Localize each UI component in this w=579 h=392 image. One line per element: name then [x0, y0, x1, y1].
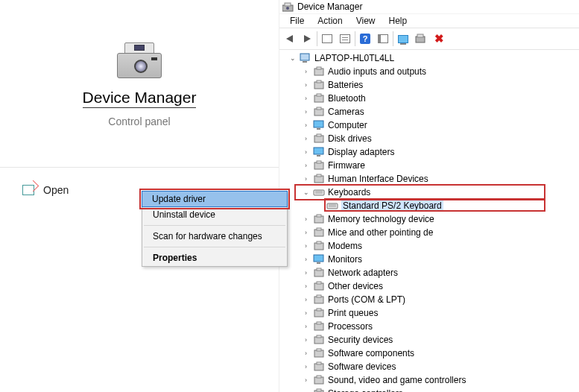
menu-help[interactable]: Help — [383, 15, 414, 27]
chevron-icon[interactable]: › — [302, 350, 310, 357]
toolbar-sep — [393, 31, 393, 46]
tree-category-batteries[interactable]: ›Batteries — [282, 78, 579, 92]
tree-category-processors[interactable]: ›Processors — [282, 320, 579, 333]
tree-category-human-interface-devices[interactable]: ›Human Interface Devices — [282, 172, 579, 186]
tree-item-label: Sound, video and game controllers — [328, 375, 466, 385]
chevron-icon[interactable]: › — [302, 242, 310, 250]
ctx-update-label: Update driver — [152, 194, 206, 204]
tree-category-security-devices[interactable]: ›Security devices — [282, 333, 579, 347]
forward-button[interactable] — [298, 30, 316, 48]
tree-category-modems[interactable]: ›Modems — [282, 239, 579, 253]
tree-category-memory-technology-device[interactable]: ›Memory technology device — [282, 212, 579, 226]
tree-device-standard-ps2-keyboard[interactable]: Standard PS/2 Keyboard — [282, 199, 579, 212]
chevron-icon[interactable]: › — [302, 148, 310, 156]
tree-category-other-devices[interactable]: ›Other devices — [282, 279, 579, 293]
tree-category-keyboards[interactable]: ⌄Keyboards — [282, 186, 579, 199]
chevron-icon[interactable]: › — [302, 256, 310, 263]
svg-rect-42 — [317, 282, 321, 284]
tree-category-sound-video-and-game-controllers[interactable]: ›Sound, video and game controllers — [282, 373, 579, 387]
device-options-button[interactable] — [412, 30, 430, 48]
tree-category-monitors[interactable]: ›Monitors — [282, 253, 579, 266]
ctx-uninstall-device[interactable]: Uninstall device — [142, 206, 287, 223]
menu-file[interactable]: File — [284, 15, 310, 27]
tree-category-storage-controllers[interactable]: ›Storage controllers — [282, 387, 579, 392]
help-button[interactable]: ? — [356, 30, 374, 48]
chevron-icon[interactable]: › — [302, 282, 310, 290]
svg-rect-32 — [317, 215, 321, 217]
chevron-icon[interactable]: › — [302, 269, 310, 276]
chevron-icon[interactable]: › — [302, 309, 310, 317]
svg-rect-34 — [317, 228, 321, 230]
tree-category-computer[interactable]: ›Computer — [282, 118, 579, 132]
chevron-icon[interactable]: › — [302, 363, 310, 370]
chevron-icon[interactable]: ⌄ — [302, 189, 310, 196]
tree-item-label: Monitors — [328, 254, 362, 265]
scan-button[interactable] — [394, 30, 412, 48]
tree-category-software-devices[interactable]: ›Software devices — [282, 360, 579, 373]
menu-action[interactable]: Action — [311, 15, 348, 27]
title-bar: Device Manager — [279, 0, 579, 13]
device-icon — [415, 34, 427, 44]
tree-category-print-queues[interactable]: ›Print queues — [282, 306, 579, 320]
panel-button[interactable] — [374, 30, 392, 48]
svg-rect-37 — [314, 255, 323, 262]
chevron-icon[interactable]: › — [302, 162, 310, 169]
chevron-icon[interactable]: › — [302, 296, 310, 303]
ctx-update-driver[interactable]: Update driver — [142, 191, 288, 207]
launcher-subtitle: Control panel — [108, 116, 170, 127]
tree-category-bluetooth[interactable]: ›Bluetooth — [282, 92, 579, 105]
tree-item-label: Network adapters — [328, 268, 398, 278]
chevron-icon[interactable]: ⌄ — [288, 54, 297, 62]
chevron-icon[interactable]: › — [302, 175, 310, 183]
tree-category-software-components[interactable]: ›Software components — [282, 347, 579, 360]
launcher-title[interactable]: Device Manager — [83, 89, 197, 108]
device-tree[interactable]: ⌄LAPTOP-HL0TL4LL›Audio inputs and output… — [279, 50, 579, 392]
device-category-icon — [313, 335, 325, 345]
app-icon — [282, 2, 293, 11]
back-button[interactable] — [280, 30, 298, 48]
chevron-icon[interactable]: › — [302, 323, 310, 330]
chevron-icon[interactable]: › — [302, 376, 310, 384]
svg-rect-1 — [285, 3, 291, 6]
help-icon: ? — [360, 34, 370, 44]
tree-category-firmware[interactable]: ›Firmware — [282, 159, 579, 172]
tree-category-network-adapters[interactable]: ›Network adapters — [282, 266, 579, 279]
ctx-separator — [144, 247, 285, 247]
tree-category-display-adapters[interactable]: ›Display adapters — [282, 145, 579, 159]
chevron-icon[interactable]: › — [302, 68, 310, 75]
properties-button[interactable] — [336, 30, 354, 48]
tree-root-computer[interactable]: ⌄LAPTOP-HL0TL4LL — [282, 51, 579, 65]
device-category-icon — [313, 241, 325, 251]
device-category-icon — [313, 187, 325, 197]
chevron-icon[interactable]: › — [302, 336, 310, 344]
tree-category-disk-drives[interactable]: ›Disk drives — [282, 132, 579, 145]
svg-rect-5 — [300, 54, 309, 60]
ctx-separator — [144, 225, 285, 226]
tree-category-ports-com-lpt-[interactable]: ›Ports (COM & LPT) — [282, 293, 579, 306]
chevron-icon[interactable]: › — [302, 215, 310, 223]
tree-category-cameras[interactable]: ›Cameras — [282, 105, 579, 118]
tree-item-label: Print queues — [328, 308, 378, 318]
tree-item-label: Audio inputs and outputs — [328, 66, 426, 77]
chevron-icon[interactable]: › — [302, 121, 310, 129]
tree-item-label: Standard PS/2 Keyboard — [341, 200, 443, 211]
tree-category-mice-and-other-pointing-de[interactable]: ›Mice and other pointing de — [282, 226, 579, 239]
chevron-icon[interactable]: › — [302, 135, 310, 142]
tree-item-label: Software devices — [328, 361, 396, 372]
device-category-icon — [313, 147, 325, 157]
chevron-icon[interactable]: › — [302, 81, 310, 89]
tree-category-audio-inputs-and-outputs[interactable]: ›Audio inputs and outputs — [282, 65, 579, 78]
ctx-scan-hardware[interactable]: Scan for hardware changes — [142, 228, 287, 244]
svg-rect-6 — [303, 61, 307, 63]
chevron-icon[interactable]: › — [302, 108, 310, 116]
uninstall-button[interactable]: ✖ — [430, 30, 448, 48]
chevron-icon[interactable]: › — [302, 229, 310, 236]
ctx-properties[interactable]: Properties — [142, 250, 287, 266]
panel-icon — [378, 34, 388, 43]
show-hide-tree-button[interactable] — [318, 30, 336, 48]
svg-rect-56 — [317, 376, 321, 378]
properties-icon — [340, 34, 350, 43]
svg-rect-48 — [317, 322, 321, 324]
chevron-icon[interactable]: › — [302, 95, 310, 102]
menu-view[interactable]: View — [350, 15, 382, 27]
